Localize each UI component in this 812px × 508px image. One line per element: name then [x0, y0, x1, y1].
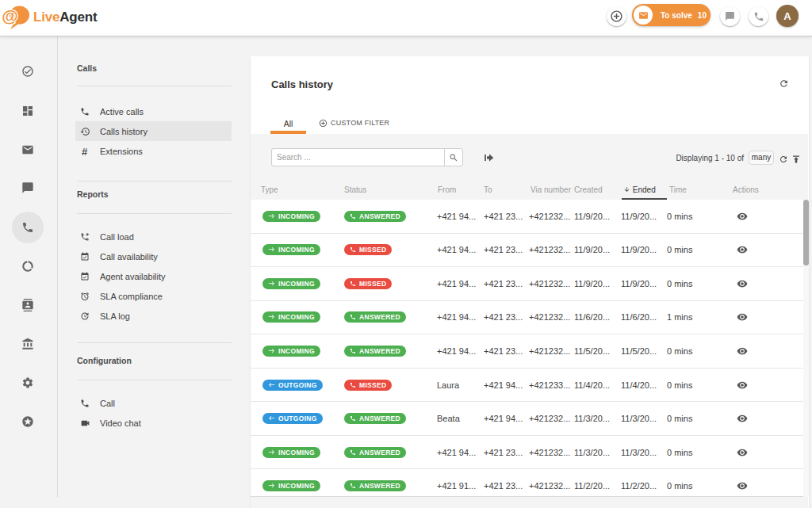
- svg-text:@: @: [2, 6, 17, 25]
